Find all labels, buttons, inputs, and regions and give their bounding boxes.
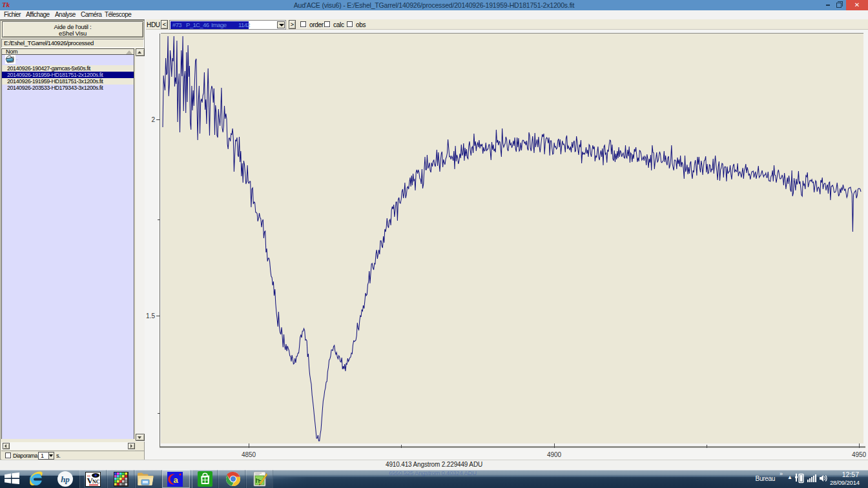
- svg-text:1.5: 1.5: [146, 312, 155, 320]
- svg-text:hp: hp: [61, 474, 70, 484]
- svg-text:NC: NC: [92, 479, 100, 485]
- svg-text:a: a: [173, 475, 178, 485]
- svg-text:4850: 4850: [242, 451, 256, 458]
- svg-text:4950: 4950: [852, 451, 867, 458]
- svg-text:4900: 4900: [547, 451, 562, 458]
- svg-text:2: 2: [151, 116, 155, 123]
